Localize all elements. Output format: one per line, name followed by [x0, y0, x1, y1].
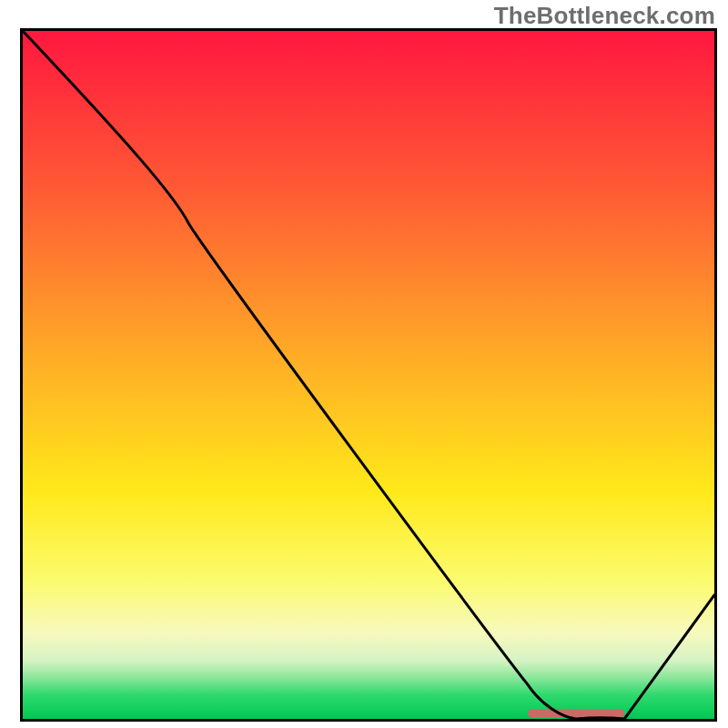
watermark-text: TheBottleneck.com	[494, 2, 715, 30]
plot-area	[20, 28, 717, 722]
bottleneck-curve	[23, 31, 714, 719]
curve-svg	[20, 28, 717, 722]
chart-stage: TheBottleneck.com	[0, 0, 728, 728]
